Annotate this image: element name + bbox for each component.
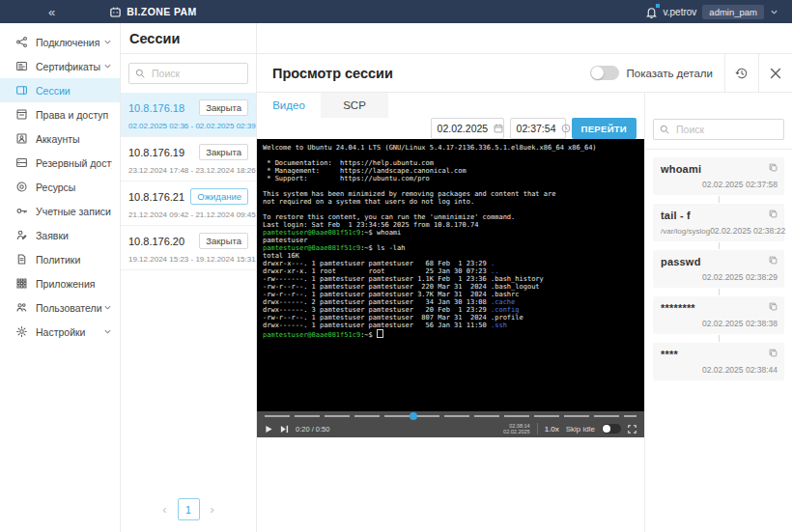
terminal-line: drwx------. 3 pamtestuser pamtestuser 20… [263,306,638,314]
session-period: 19.12.2024 15:23 - 19.12.2024 15:31 [128,255,248,264]
play-button[interactable] [265,425,273,434]
sidebar-item-label: Подключения [36,37,103,48]
sidebar-collapse-icon[interactable]: « [48,6,55,18]
sidebar-item-backup-access[interactable]: Резервный доступ [0,151,120,175]
sidebar-item-label: Пользователи и гр... [36,302,103,314]
command-item[interactable]: ****02.02.2025 02:38:44 [653,343,784,380]
clock-icon [561,124,571,133]
command-item[interactable]: ********02.02.2025 02:38:38 [653,296,784,334]
sidebar-item-label: Аккаунты [36,133,112,145]
sidebar-item-label: Учетные записи [36,206,112,217]
copy-icon[interactable] [769,349,778,357]
chevron-down-icon[interactable] [770,8,778,16]
session-list-item[interactable]: 10.8.176.19Закрыта23.12.2024 17:48 - 23.… [121,137,256,182]
skip-idle-toggle[interactable] [602,424,621,434]
command-item[interactable]: passwd02.02.2025 02:38:29 [653,250,784,288]
chevron-down-icon [103,327,112,336]
brand-logo-icon [109,6,122,18]
requests-icon [15,229,28,241]
pagination-prev-icon[interactable]: ‹ [162,503,166,516]
pagination-page-1[interactable]: 1 [178,498,200,520]
session-period: 02.02.2025 02:36 - 02.02.2025 02:39 [128,122,248,130]
sidebar-item-resources[interactable]: Ресурсы [0,175,120,199]
copy-icon[interactable] [769,302,778,311]
player-controls: 0:20 / 0:50 02:38:14 02.02.2025 1.0x Ski… [257,420,644,437]
sessions-search[interactable] [128,63,248,84]
session-list-item[interactable]: 10.8.176.20Закрыта19.12.2024 15:23 - 19.… [121,226,256,270]
terminal-line: pamtestuser [263,237,638,244]
user-role-chip[interactable]: admin_pam [702,5,764,19]
command-text: passwd [661,256,769,267]
history-button[interactable] [725,54,758,93]
date-value: 02.02.2025 [438,123,489,134]
viewer-header: Просмотр сессии Показать детали [257,54,792,93]
header-user-area: v.petrov admin_pam [645,5,778,19]
playback-speed-button[interactable]: 1.0x [545,425,559,434]
step-forward-button[interactable] [280,425,289,434]
sidebar-item-credentials[interactable]: Учетные записи [0,199,120,223]
sidebar-item-users[interactable]: Пользователи и гр... [0,295,120,320]
terminal-line: -rw-r--r--. 1 pamtestuser pamtestuser 80… [263,314,638,322]
command-item[interactable]: whoami02.02.2025 02:37:58 [653,157,784,195]
command-connector [719,289,720,295]
sidebar-item-certificates[interactable]: Сертификаты [0,54,120,78]
sessions-search-input[interactable] [150,67,241,80]
sidebar-item-requests[interactable]: Заявки [0,223,120,247]
copy-icon[interactable] [769,163,778,172]
sidebar-item-label: Политики [36,254,112,266]
command-search[interactable] [653,119,784,140]
sidebar-item-connections[interactable]: Подключения [0,30,120,54]
terminal-line: drwx------. 1 pamtestuser pamtestuser 56… [263,322,638,329]
tab-video[interactable]: Видео [257,93,321,118]
search-icon [135,69,145,78]
player-progress-track[interactable] [265,415,636,417]
show-details-toggle[interactable] [590,66,619,80]
chevron-down-icon [103,38,112,46]
command-connector [719,335,720,342]
command-item[interactable]: tail - f/var/log/syslog02.02.2025 02:38:… [653,204,784,241]
show-details-label: Показать детали [627,68,713,79]
date-field[interactable]: 02.02.2025 [431,118,504,139]
app-header: « BI.ZONE PAM v.petrov admin_pam [0,0,792,23]
terminal-line: * Management: https://landscape.canonica… [263,167,638,175]
sidebar-item-label: Заявки [36,230,112,241]
command-timestamp: 02.02.2025 02:38:29 [702,272,778,282]
command-list: whoami02.02.2025 02:37:58tail - f/var/lo… [645,150,792,380]
viewer-title: Просмотр сессии [272,66,590,81]
terminal-line: pamtestuser@0aae081f51c9:~$ [263,329,638,339]
accounts-icon [15,132,28,145]
pagination-next-icon[interactable]: › [211,503,214,516]
command-timestamp: 02.02.2025 02:38:22 [710,226,785,236]
sidebar-item-permissions[interactable]: Права и доступ [0,102,120,126]
terminal-screen[interactable]: Welcome to Ubuntu 24.04.1 LTS (GNU/Linux… [257,139,644,411]
copy-icon[interactable] [769,210,778,218]
close-button[interactable] [759,54,792,93]
terminal-line: This system has been minimized by removi… [263,190,638,198]
tab-scp[interactable]: SCP [321,93,388,118]
sidebar-item-accounts[interactable]: Аккаунты [0,126,120,151]
command-panel: whoami02.02.2025 02:37:58tail - f/var/lo… [645,93,792,532]
session-list-item[interactable]: 10.8.176.18Закрыта02.02.2025 02:36 - 02.… [121,93,256,137]
viewer-body: Видео SCP 02.02.2025 02:37:54 ПЕРЕЙТИ We… [257,93,792,532]
sidebar-item-sessions[interactable]: Сессии [0,78,120,102]
fullscreen-button[interactable] [628,425,636,434]
go-button[interactable]: ПЕРЕЙТИ [572,118,636,139]
command-text: tail - f [661,210,769,221]
command-connector [719,242,720,249]
terminal-line: * Documentation: https://help.ubuntu.com [263,159,638,167]
terminal-line [263,152,638,159]
terminal-line: drwx------. 2 pamtestuser pamtestuser 34… [263,298,638,306]
session-list-item[interactable]: 10.8.176.21Ожидание21.12.2024 09:42 - 21… [121,182,256,226]
session-ip: 10.8.176.20 [128,236,184,247]
command-search-input[interactable] [674,123,778,136]
sidebar-item-applications[interactable]: Приложения [0,271,120,295]
time-field[interactable]: 02:37:54 [510,118,566,139]
sidebar-item-settings[interactable]: Настройки [0,320,120,344]
sidebar-item-policies[interactable]: Политики [0,247,120,271]
chevron-down-icon [103,303,112,312]
toggle-knob [603,425,610,433]
notifications-bell-icon[interactable] [645,6,658,18]
player-progress-dot[interactable] [410,412,417,420]
copy-icon[interactable] [769,256,778,265]
fullscreen-icon [628,425,636,434]
